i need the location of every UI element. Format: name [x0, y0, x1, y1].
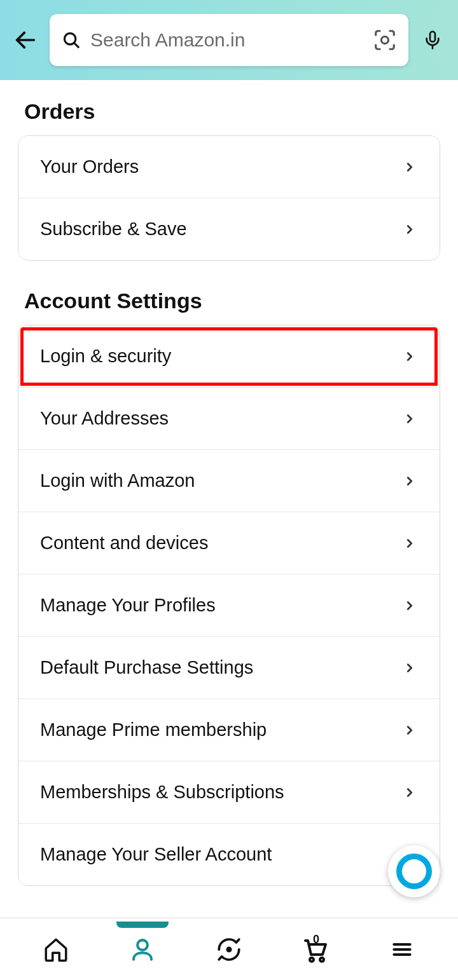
list-item-manage-prime[interactable]: Manage Prime membership — [18, 699, 440, 761]
nav-buy-again[interactable] — [210, 930, 248, 969]
list-item-label: Default Purchase Settings — [40, 657, 253, 678]
home-icon — [43, 936, 69, 963]
section-title-orders: Orders — [24, 99, 440, 124]
nav-account[interactable] — [123, 930, 162, 969]
list-item-label: Memberships & Subscriptions — [40, 782, 284, 803]
arrow-left-icon — [13, 27, 38, 53]
svg-point-9 — [320, 958, 324, 962]
alexa-button[interactable] — [388, 845, 440, 897]
list-item-label: Your Orders — [40, 156, 139, 177]
search-icon — [61, 30, 81, 50]
list-item-your-addresses[interactable]: Your Addresses — [18, 388, 440, 450]
hamburger-icon — [390, 937, 414, 962]
list-item-label: Manage Your Seller Account — [40, 844, 272, 865]
svg-line-2 — [74, 43, 79, 48]
alexa-icon — [396, 854, 432, 889]
cart-count-badge: 0 — [313, 933, 319, 946]
nav-active-indicator — [116, 922, 169, 928]
chevron-right-icon — [401, 348, 418, 365]
list-item-memberships-subscriptions[interactable]: Memberships & Subscriptions — [18, 761, 440, 824]
list-item-login-with-amazon[interactable]: Login with Amazon — [18, 450, 440, 512]
svg-point-8 — [310, 958, 314, 962]
list-item-manage-seller-account[interactable]: Manage Your Seller Account — [18, 824, 440, 885]
chevron-right-icon — [401, 597, 418, 614]
svg-rect-4 — [430, 32, 435, 42]
app-header — [0, 0, 458, 80]
back-button[interactable] — [11, 26, 39, 54]
svg-point-6 — [137, 940, 148, 950]
chevron-right-icon — [401, 473, 418, 489]
list-item-default-purchase-settings[interactable]: Default Purchase Settings — [18, 637, 440, 699]
list-item-label: Login & security — [40, 346, 171, 367]
list-item-login-security[interactable]: Login & security — [18, 325, 440, 388]
user-icon — [129, 936, 156, 963]
voice-search-button[interactable] — [419, 26, 447, 54]
search-bar[interactable] — [50, 14, 408, 66]
nav-cart[interactable]: 0 — [296, 930, 335, 969]
main-content: Orders Your Orders Subscribe & Save Acco… — [0, 80, 458, 918]
chevron-right-icon — [401, 784, 418, 801]
chevron-right-icon — [401, 411, 418, 427]
list-item-label: Content and devices — [40, 533, 208, 554]
svg-point-3 — [381, 36, 388, 43]
list-item-subscribe-save[interactable]: Subscribe & Save — [18, 198, 440, 260]
refresh-icon — [216, 936, 242, 963]
list-item-content-devices[interactable]: Content and devices — [18, 512, 440, 575]
list-item-label: Subscribe & Save — [40, 219, 187, 240]
bottom-navigation: 0 — [0, 918, 458, 980]
list-item-your-orders[interactable]: Your Orders — [18, 136, 440, 198]
camera-scan-icon[interactable] — [373, 28, 397, 52]
nav-home[interactable] — [37, 930, 75, 969]
microphone-icon — [422, 30, 443, 50]
chevron-right-icon — [401, 535, 418, 552]
account-settings-group: Login & security Your Addresses Login wi… — [18, 325, 440, 886]
orders-group: Your Orders Subscribe & Save — [18, 135, 440, 261]
chevron-right-icon — [401, 159, 418, 175]
section-title-account-settings: Account Settings — [24, 289, 440, 313]
chevron-right-icon — [401, 660, 418, 676]
chevron-right-icon — [401, 221, 418, 238]
chevron-right-icon — [401, 722, 418, 738]
list-item-label: Manage Prime membership — [40, 719, 267, 740]
list-item-manage-profiles[interactable]: Manage Your Profiles — [18, 575, 440, 637]
list-item-label: Manage Your Profiles — [40, 595, 216, 616]
list-item-label: Login with Amazon — [40, 470, 195, 491]
list-item-label: Your Addresses — [40, 408, 169, 429]
nav-menu[interactable] — [383, 930, 421, 969]
svg-point-7 — [227, 948, 230, 951]
search-input[interactable] — [90, 29, 364, 51]
